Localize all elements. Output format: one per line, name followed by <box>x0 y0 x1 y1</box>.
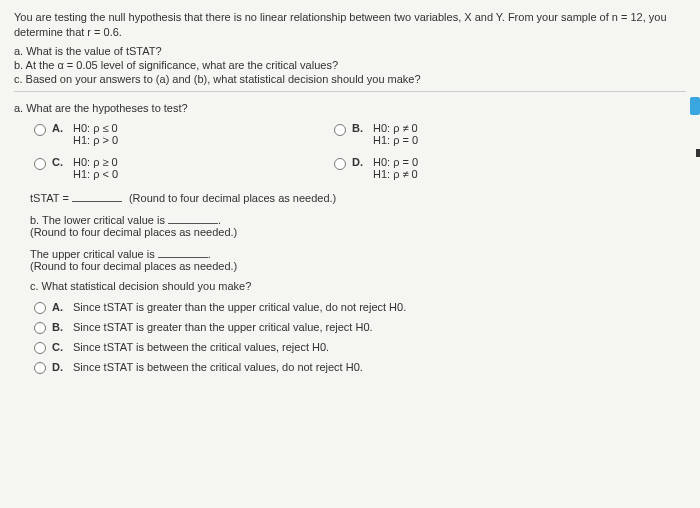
decision-c-label: C. <box>52 341 63 353</box>
upper-cv-input[interactable] <box>158 246 208 258</box>
radio-icon[interactable] <box>34 342 46 354</box>
upper-cv-label: The upper critical value is <box>30 248 155 260</box>
choice-a-h1: H1: ρ > 0 <box>73 134 118 146</box>
choice-b-h1: H1: ρ = 0 <box>373 134 418 146</box>
choice-c-label: C. <box>52 156 63 168</box>
decision-b-label: B. <box>52 321 63 333</box>
decision-c[interactable]: C. Since tSTAT is between the critical v… <box>34 340 686 354</box>
decision-d[interactable]: D. Since tSTAT is between the critical v… <box>34 360 686 374</box>
divider <box>14 91 686 92</box>
decision-d-label: D. <box>52 361 63 373</box>
question-page: You are testing the null hypothesis that… <box>0 0 700 508</box>
tstat-label: tSTAT = <box>30 192 69 204</box>
part-c-question: c. Based on your answers to (a) and (b),… <box>14 73 686 85</box>
choice-c[interactable]: C. H0: ρ ≥ 0 H1: ρ < 0 <box>34 156 294 180</box>
radio-icon[interactable] <box>334 124 346 136</box>
problem-statement: You are testing the null hypothesis that… <box>14 10 686 41</box>
scrollbar-thumb[interactable] <box>690 97 700 115</box>
decision-a[interactable]: A. Since tSTAT is greater than the upper… <box>34 300 686 314</box>
tstat-note: (Round to four decimal places as needed.… <box>129 192 336 204</box>
choice-d-h1: H1: ρ ≠ 0 <box>373 168 418 180</box>
upper-cv-note: (Round to four decimal places as needed.… <box>30 260 686 272</box>
hypotheses-prompt: a. What are the hypotheses to test? <box>14 102 686 114</box>
choice-d-h0: H0: ρ = 0 <box>373 156 418 168</box>
part-a-question: a. What is the value of tSTAT? <box>14 45 686 57</box>
lower-cv-label: b. The lower critical value is <box>30 214 165 226</box>
part-b-question: b. At the α = 0.05 level of significance… <box>14 59 686 71</box>
decision-b[interactable]: B. Since tSTAT is greater than the upper… <box>34 320 686 334</box>
lower-cv-note: (Round to four decimal places as needed.… <box>30 226 686 238</box>
decision-c-text: Since tSTAT is between the critical valu… <box>73 341 329 353</box>
hypotheses-choices: A. H0: ρ ≤ 0 H1: ρ > 0 B. H0: ρ ≠ 0 H1: … <box>34 122 594 180</box>
choice-b[interactable]: B. H0: ρ ≠ 0 H1: ρ = 0 <box>334 122 594 146</box>
radio-icon[interactable] <box>34 302 46 314</box>
choice-d-label: D. <box>352 156 363 168</box>
choice-b-label: B. <box>352 122 363 134</box>
page-edge-marker <box>696 149 700 157</box>
choice-c-h1: H1: ρ < 0 <box>73 168 118 180</box>
choice-b-h0: H0: ρ ≠ 0 <box>373 122 418 134</box>
radio-icon[interactable] <box>34 124 46 136</box>
lower-cv-row: b. The lower critical value is . <box>30 212 686 226</box>
decision-a-text: Since tSTAT is greater than the upper cr… <box>73 301 406 313</box>
decision-b-text: Since tSTAT is greater than the upper cr… <box>73 321 373 333</box>
tstat-input[interactable] <box>72 190 122 202</box>
upper-cv-row: The upper critical value is . <box>30 246 686 260</box>
choice-a[interactable]: A. H0: ρ ≤ 0 H1: ρ > 0 <box>34 122 294 146</box>
radio-icon[interactable] <box>34 322 46 334</box>
choice-a-label: A. <box>52 122 63 134</box>
decision-d-text: Since tSTAT is between the critical valu… <box>73 361 363 373</box>
radio-icon[interactable] <box>34 158 46 170</box>
section-c-prompt: c. What statistical decision should you … <box>30 280 686 292</box>
lower-cv-input[interactable] <box>168 212 218 224</box>
decision-a-label: A. <box>52 301 63 313</box>
radio-icon[interactable] <box>334 158 346 170</box>
radio-icon[interactable] <box>34 362 46 374</box>
decision-choices: A. Since tSTAT is greater than the upper… <box>34 300 686 374</box>
choice-c-h0: H0: ρ ≥ 0 <box>73 156 118 168</box>
choice-a-h0: H0: ρ ≤ 0 <box>73 122 118 134</box>
tstat-row: tSTAT = (Round to four decimal places as… <box>30 190 686 204</box>
choice-d[interactable]: D. H0: ρ = 0 H1: ρ ≠ 0 <box>334 156 594 180</box>
